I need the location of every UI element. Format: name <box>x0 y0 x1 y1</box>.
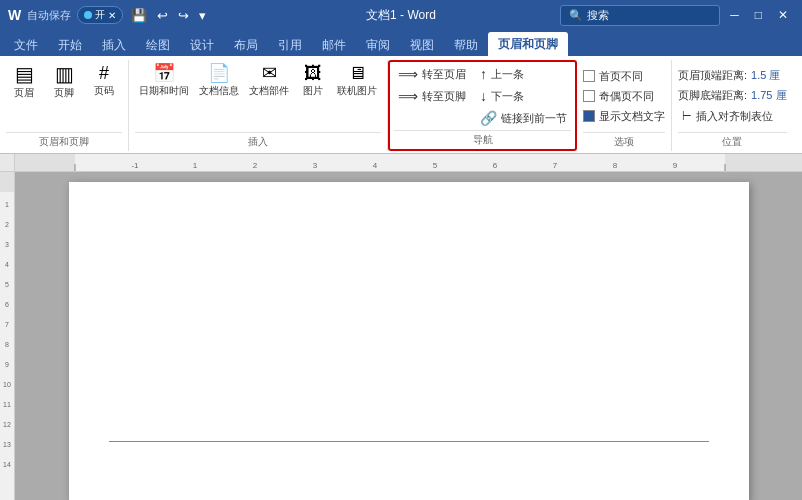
minimize-btn[interactable]: ─ <box>724 0 745 30</box>
checkbox-first-page[interactable] <box>583 70 595 82</box>
btn-docinfo[interactable]: 📄 文档信息 <box>195 62 243 100</box>
tab-file[interactable]: 文件 <box>4 34 48 56</box>
pagenum-icon: # <box>99 64 109 82</box>
svg-text:5: 5 <box>433 161 438 170</box>
ribbon-tabs: 文件 开始 插入 绘图 设计 布局 引用 邮件 审阅 视图 帮助 页眉和页脚 <box>0 30 802 56</box>
btn-header[interactable]: ▤ 页眉 <box>6 62 42 102</box>
btn-picture[interactable]: 🖼 图片 <box>295 62 331 100</box>
btn-goto-footer[interactable]: ⟹ 转至页脚 <box>394 86 470 106</box>
btn-datetime[interactable]: 📅 日期和时间 <box>135 62 193 100</box>
btn-goto-footer-label: 转至页脚 <box>422 89 466 104</box>
btn-docparts[interactable]: ✉ 文档部件 <box>245 62 293 100</box>
option-first-page[interactable]: 首页不同 <box>583 68 643 85</box>
svg-text:7: 7 <box>5 321 9 328</box>
svg-rect-2 <box>725 154 802 172</box>
group-position: 页眉顶端距离: 1.5 厘 页脚底端距离: 1.75 厘 ⊢ 插入对齐制表位 位… <box>672 60 793 151</box>
docparts-icon: ✉ <box>262 64 277 82</box>
nav-goto-buttons: ⟹ 转至页眉 ⟹ 转至页脚 <box>394 64 470 106</box>
redo-btn[interactable]: ↪ <box>176 8 191 23</box>
svg-text:9: 9 <box>673 161 678 170</box>
ruler-content: -1 1 2 3 4 5 6 7 8 9 <box>15 154 802 171</box>
position-header-value: 1.5 厘 <box>751 68 780 83</box>
btn-align-tab-label: 插入对齐制表位 <box>696 109 773 124</box>
undo-btn[interactable]: ↩ <box>155 8 170 23</box>
autosave-toggle[interactable]: 开 ✕ <box>77 6 123 24</box>
tab-help[interactable]: 帮助 <box>444 34 488 56</box>
goto-header-icon: ⟹ <box>398 66 418 82</box>
btn-next-section[interactable]: ↓ 下一条 <box>476 86 571 106</box>
svg-text:12: 12 <box>3 421 11 428</box>
btn-header-label: 页眉 <box>14 86 34 100</box>
group-position-label: 位置 <box>678 132 787 149</box>
restore-btn[interactable]: □ <box>749 0 768 30</box>
search-placeholder: 搜索 <box>587 8 609 23</box>
header-line <box>109 441 709 442</box>
svg-rect-16 <box>0 172 15 192</box>
tab-mailings[interactable]: 邮件 <box>312 34 356 56</box>
btn-online-picture-label: 联机图片 <box>337 84 377 98</box>
group-header-footer-content: ▤ 页眉 ▥ 页脚 # 页码 <box>6 62 122 130</box>
group-header-footer-label: 页眉和页脚 <box>6 132 122 149</box>
svg-text:1: 1 <box>193 161 198 170</box>
svg-text:4: 4 <box>373 161 378 170</box>
toggle-close[interactable]: ✕ <box>108 10 116 21</box>
tab-layout[interactable]: 布局 <box>224 34 268 56</box>
btn-footer[interactable]: ▥ 页脚 <box>46 62 82 102</box>
group-options-content: 首页不同 奇偶页不同 显示文档文字 <box>583 62 665 130</box>
tab-review[interactable]: 审阅 <box>356 34 400 56</box>
checkbox-odd-even[interactable] <box>583 90 595 102</box>
btn-align-tab[interactable]: ⊢ 插入对齐制表位 <box>678 107 777 126</box>
nav-section-buttons: ↑ 上一条 ↓ 下一条 🔗 链接到前一节 <box>476 64 571 128</box>
group-header-footer: ▤ 页眉 ▥ 页脚 # 页码 页眉和页脚 <box>0 60 129 151</box>
footer-icon: ▥ <box>55 64 74 84</box>
search-box[interactable]: 🔍 搜索 <box>560 5 720 26</box>
group-options-label: 选项 <box>583 132 665 149</box>
ruler: -1 1 2 3 4 5 6 7 8 9 <box>0 154 802 172</box>
btn-link-prev[interactable]: 🔗 链接到前一节 <box>476 108 571 128</box>
group-navigation-label: 导航 <box>394 130 571 147</box>
svg-text:3: 3 <box>5 241 9 248</box>
svg-text:-1: -1 <box>131 161 139 170</box>
tab-design[interactable]: 设计 <box>180 34 224 56</box>
tab-references[interactable]: 引用 <box>268 34 312 56</box>
position-footer-value: 1.75 厘 <box>751 88 786 103</box>
group-insert: 📅 日期和时间 📄 文档信息 ✉ 文档部件 🖼 图片 🖥 联机图片 插入 <box>129 60 388 151</box>
svg-text:14: 14 <box>3 461 11 468</box>
btn-prev-section[interactable]: ↑ 上一条 <box>476 64 571 84</box>
group-navigation-content: ⟹ 转至页眉 ⟹ 转至页脚 ↑ 上一条 ↓ 下一条 🔗 <box>394 64 571 128</box>
tab-view[interactable]: 视图 <box>400 34 444 56</box>
tab-insert[interactable]: 插入 <box>92 34 136 56</box>
svg-text:1: 1 <box>5 201 9 208</box>
header-icon: ▤ <box>15 64 34 84</box>
btn-picture-label: 图片 <box>303 84 323 98</box>
svg-text:8: 8 <box>5 341 9 348</box>
position-footer-label: 页脚底端距离: <box>678 88 747 103</box>
btn-page-num[interactable]: # 页码 <box>86 62 122 100</box>
tab-home[interactable]: 开始 <box>48 34 92 56</box>
link-prev-icon: 🔗 <box>480 110 497 126</box>
group-options: 首页不同 奇偶页不同 显示文档文字 选项 <box>577 60 672 151</box>
group-position-content: 页眉顶端距离: 1.5 厘 页脚底端距离: 1.75 厘 ⊢ 插入对齐制表位 <box>678 62 787 130</box>
align-tab-icon: ⊢ <box>682 110 692 123</box>
more-btn[interactable]: ▾ <box>197 8 208 23</box>
doc-page-area <box>15 172 802 500</box>
option-first-page-label: 首页不同 <box>599 69 643 84</box>
svg-text:4: 4 <box>5 261 9 268</box>
svg-text:2: 2 <box>253 161 258 170</box>
close-btn[interactable]: ✕ <box>772 0 794 30</box>
prev-section-icon: ↑ <box>480 66 487 82</box>
btn-goto-header[interactable]: ⟹ 转至页眉 <box>394 64 470 84</box>
group-navigation: ⟹ 转至页眉 ⟹ 转至页脚 ↑ 上一条 ↓ 下一条 🔗 <box>388 60 577 151</box>
btn-online-picture[interactable]: 🖥 联机图片 <box>333 62 381 100</box>
checkbox-show-text[interactable] <box>583 110 595 122</box>
btn-link-prev-label: 链接到前一节 <box>501 111 567 126</box>
tab-header-footer[interactable]: 页眉和页脚 <box>488 32 568 56</box>
ruler-svg: -1 1 2 3 4 5 6 7 8 9 <box>15 154 802 172</box>
tab-draw[interactable]: 绘图 <box>136 34 180 56</box>
save-btn[interactable]: 💾 <box>129 8 149 23</box>
option-show-text[interactable]: 显示文档文字 <box>583 108 665 125</box>
next-section-icon: ↓ <box>480 88 487 104</box>
doc-title: 文档1 - Word <box>366 7 436 24</box>
autosave-label: 自动保存 <box>27 8 71 23</box>
option-odd-even[interactable]: 奇偶页不同 <box>583 88 654 105</box>
